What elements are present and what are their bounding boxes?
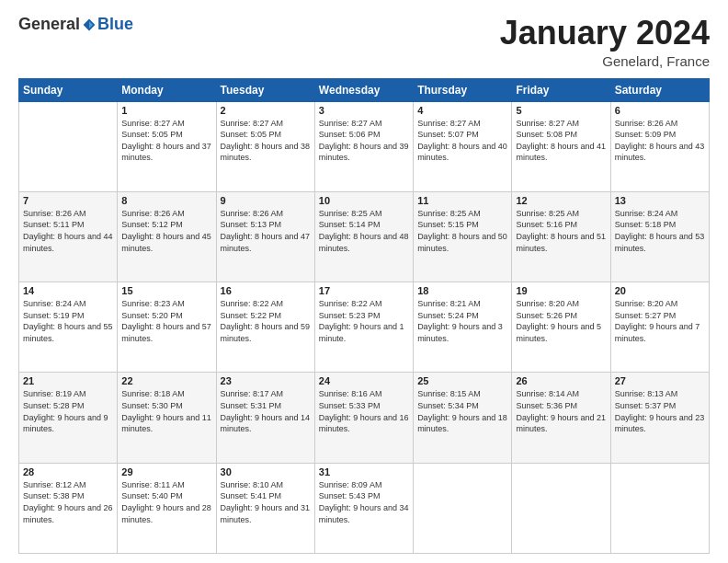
day-info: Sunrise: 8:26 AMSunset: 5:12 PMDaylight:… [121, 208, 211, 254]
calendar-cell: 1Sunrise: 8:27 AMSunset: 5:05 PMDaylight… [118, 101, 216, 191]
calendar-cell: 8Sunrise: 8:26 AMSunset: 5:12 PMDaylight… [118, 191, 216, 282]
calendar-cell: 6Sunrise: 8:26 AMSunset: 5:09 PMDaylight… [610, 101, 709, 191]
day-number: 29 [121, 466, 211, 477]
calendar-cell: 18Sunrise: 8:21 AMSunset: 5:24 PMDayligh… [414, 282, 512, 373]
calendar-cell: 2Sunrise: 8:27 AMSunset: 5:05 PMDaylight… [216, 101, 314, 191]
day-number: 28 [23, 466, 113, 477]
day-info: Sunrise: 8:10 AMSunset: 5:41 PMDaylight:… [221, 479, 311, 525]
calendar-cell: 30Sunrise: 8:10 AMSunset: 5:41 PMDayligh… [216, 463, 314, 553]
day-number: 9 [221, 195, 311, 206]
day-number: 14 [23, 285, 113, 296]
calendar-week-0: 1Sunrise: 8:27 AMSunset: 5:05 PMDaylight… [19, 101, 710, 191]
day-info: Sunrise: 8:25 AMSunset: 5:15 PMDaylight:… [417, 208, 507, 254]
calendar-cell: 5Sunrise: 8:27 AMSunset: 5:08 PMDaylight… [512, 101, 610, 191]
title-block: January 2024 Genelard, France [500, 15, 710, 69]
logo-icon [82, 17, 97, 32]
calendar-cell: 25Sunrise: 8:15 AMSunset: 5:34 PMDayligh… [414, 373, 512, 463]
column-header-friday: Friday [512, 78, 610, 101]
month-title: January 2024 [500, 15, 710, 52]
day-info: Sunrise: 8:27 AMSunset: 5:05 PMDaylight:… [221, 118, 311, 164]
calendar-cell: 15Sunrise: 8:23 AMSunset: 5:20 PMDayligh… [118, 282, 216, 373]
day-info: Sunrise: 8:26 AMSunset: 5:11 PMDaylight:… [23, 208, 113, 254]
day-info: Sunrise: 8:26 AMSunset: 5:13 PMDaylight:… [221, 208, 311, 254]
day-number: 11 [417, 195, 507, 206]
logo-blue-text: Blue [97, 15, 133, 34]
day-info: Sunrise: 8:27 AMSunset: 5:06 PMDaylight:… [319, 118, 409, 164]
day-number: 19 [516, 285, 606, 296]
calendar-cell: 22Sunrise: 8:18 AMSunset: 5:30 PMDayligh… [118, 373, 216, 463]
day-info: Sunrise: 8:22 AMSunset: 5:22 PMDaylight:… [221, 298, 311, 344]
day-number: 20 [615, 285, 705, 296]
calendar-cell: 20Sunrise: 8:20 AMSunset: 5:27 PMDayligh… [610, 282, 709, 373]
day-info: Sunrise: 8:27 AMSunset: 5:08 PMDaylight:… [516, 118, 606, 164]
day-number: 6 [615, 105, 705, 116]
day-number: 2 [221, 105, 311, 116]
day-number: 1 [121, 105, 211, 116]
page: General Blue January 2024 Genelard, Fran… [0, 0, 728, 563]
calendar-cell: 3Sunrise: 8:27 AMSunset: 5:06 PMDaylight… [314, 101, 413, 191]
calendar-header-row: SundayMondayTuesdayWednesdayThursdayFrid… [19, 78, 710, 101]
day-number: 26 [516, 375, 606, 386]
day-info: Sunrise: 8:09 AMSunset: 5:43 PMDaylight:… [319, 479, 409, 525]
day-info: Sunrise: 8:18 AMSunset: 5:30 PMDaylight:… [121, 388, 211, 434]
day-number: 30 [221, 466, 311, 477]
calendar-cell: 28Sunrise: 8:12 AMSunset: 5:38 PMDayligh… [19, 463, 118, 553]
calendar-cell: 31Sunrise: 8:09 AMSunset: 5:43 PMDayligh… [314, 463, 413, 553]
day-number: 4 [417, 105, 507, 116]
day-number: 31 [319, 466, 409, 477]
calendar-cell: 23Sunrise: 8:17 AMSunset: 5:31 PMDayligh… [216, 373, 314, 463]
calendar-table: SundayMondayTuesdayWednesdayThursdayFrid… [18, 78, 710, 554]
day-info: Sunrise: 8:23 AMSunset: 5:20 PMDaylight:… [121, 298, 211, 344]
day-number: 7 [23, 195, 113, 206]
day-number: 24 [319, 375, 409, 386]
calendar-week-2: 14Sunrise: 8:24 AMSunset: 5:19 PMDayligh… [19, 282, 710, 373]
column-header-wednesday: Wednesday [314, 78, 413, 101]
day-info: Sunrise: 8:20 AMSunset: 5:26 PMDaylight:… [516, 298, 606, 344]
calendar-cell [512, 463, 610, 553]
calendar-week-4: 28Sunrise: 8:12 AMSunset: 5:38 PMDayligh… [19, 463, 710, 553]
day-number: 3 [319, 105, 409, 116]
day-info: Sunrise: 8:13 AMSunset: 5:37 PMDaylight:… [615, 388, 705, 434]
day-number: 8 [121, 195, 211, 206]
day-info: Sunrise: 8:12 AMSunset: 5:38 PMDaylight:… [23, 479, 113, 525]
column-header-thursday: Thursday [414, 78, 512, 101]
day-number: 22 [121, 375, 211, 386]
logo-general-text: General [18, 15, 80, 34]
calendar-cell: 11Sunrise: 8:25 AMSunset: 5:15 PMDayligh… [414, 191, 512, 282]
day-number: 5 [516, 105, 606, 116]
day-number: 25 [417, 375, 507, 386]
calendar-cell: 12Sunrise: 8:25 AMSunset: 5:16 PMDayligh… [512, 191, 610, 282]
calendar-cell [414, 463, 512, 553]
calendar-cell: 9Sunrise: 8:26 AMSunset: 5:13 PMDaylight… [216, 191, 314, 282]
calendar-cell: 24Sunrise: 8:16 AMSunset: 5:33 PMDayligh… [314, 373, 413, 463]
day-info: Sunrise: 8:22 AMSunset: 5:23 PMDaylight:… [319, 298, 409, 344]
day-info: Sunrise: 8:27 AMSunset: 5:07 PMDaylight:… [417, 118, 507, 164]
column-header-monday: Monday [118, 78, 216, 101]
day-number: 21 [23, 375, 113, 386]
day-info: Sunrise: 8:21 AMSunset: 5:24 PMDaylight:… [417, 298, 507, 344]
day-number: 13 [615, 195, 705, 206]
column-header-saturday: Saturday [610, 78, 709, 101]
day-number: 27 [615, 375, 705, 386]
calendar-cell: 29Sunrise: 8:11 AMSunset: 5:40 PMDayligh… [118, 463, 216, 553]
day-number: 17 [319, 285, 409, 296]
day-info: Sunrise: 8:24 AMSunset: 5:18 PMDaylight:… [615, 208, 705, 254]
calendar-cell: 14Sunrise: 8:24 AMSunset: 5:19 PMDayligh… [19, 282, 118, 373]
column-header-sunday: Sunday [19, 78, 118, 101]
day-info: Sunrise: 8:24 AMSunset: 5:19 PMDaylight:… [23, 298, 113, 344]
day-number: 16 [221, 285, 311, 296]
day-info: Sunrise: 8:27 AMSunset: 5:05 PMDaylight:… [121, 118, 211, 164]
header: General Blue January 2024 Genelard, Fran… [18, 15, 710, 69]
calendar-cell [19, 101, 118, 191]
logo: General Blue [18, 15, 133, 34]
calendar-cell: 26Sunrise: 8:14 AMSunset: 5:36 PMDayligh… [512, 373, 610, 463]
day-info: Sunrise: 8:15 AMSunset: 5:34 PMDaylight:… [417, 388, 507, 434]
location: Genelard, France [500, 53, 710, 69]
day-number: 23 [221, 375, 311, 386]
day-number: 15 [121, 285, 211, 296]
calendar-cell: 21Sunrise: 8:19 AMSunset: 5:28 PMDayligh… [19, 373, 118, 463]
calendar-cell: 13Sunrise: 8:24 AMSunset: 5:18 PMDayligh… [610, 191, 709, 282]
column-header-tuesday: Tuesday [216, 78, 314, 101]
day-info: Sunrise: 8:20 AMSunset: 5:27 PMDaylight:… [615, 298, 705, 344]
calendar-cell: 19Sunrise: 8:20 AMSunset: 5:26 PMDayligh… [512, 282, 610, 373]
